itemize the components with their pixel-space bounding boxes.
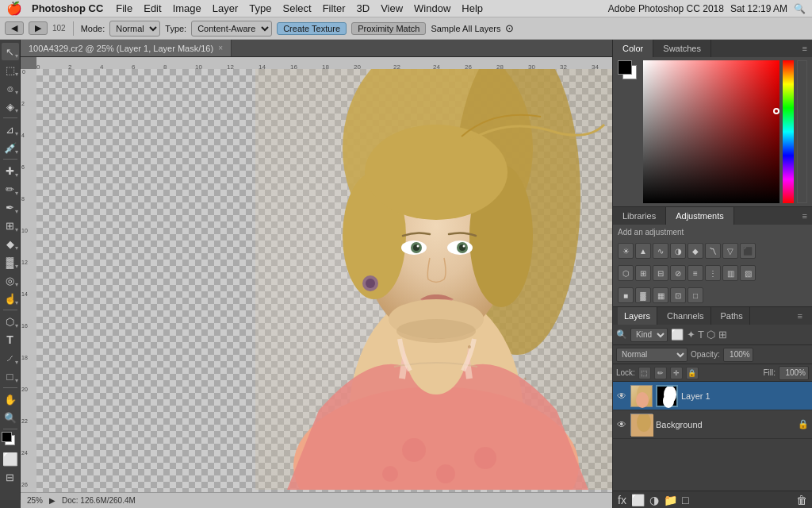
color-panel-menu[interactable]: ≡	[798, 40, 812, 57]
forward-button[interactable]: ▶	[29, 21, 48, 35]
hsl-icon[interactable]: 〽	[705, 243, 721, 259]
mode-select[interactable]: Normal	[109, 21, 160, 37]
rectangle-tool[interactable]: □▾	[2, 368, 19, 385]
layer-kind-select[interactable]: Kind	[630, 328, 668, 342]
screen-mode-button[interactable]: ⊟	[2, 468, 19, 486]
lock-transparent-btn[interactable]: ⬚	[638, 367, 651, 379]
menu-layer[interactable]: Layer	[213, 2, 239, 14]
fill-input[interactable]	[779, 366, 809, 380]
history-brush-tool[interactable]: ⊞▾	[2, 217, 19, 234]
color-swatch-area[interactable]	[2, 432, 19, 449]
hue-spectrum-bar[interactable]	[783, 60, 793, 203]
canvas-viewport[interactable]	[36, 69, 612, 492]
lasso-tool[interactable]: ⌾▾	[2, 79, 19, 97]
lock-position-btn[interactable]: ✛	[670, 367, 683, 379]
delete-layer-btn[interactable]: 🗑	[796, 494, 807, 506]
layer-row-layer1[interactable]: 👁 Layer 1	[613, 382, 812, 410]
posterize-icon[interactable]: ≡	[688, 265, 703, 281]
tab-swatches[interactable]: Swatches	[653, 40, 711, 57]
tab-color[interactable]: Color	[613, 40, 653, 57]
vibrance-icon[interactable]: ◆	[688, 243, 703, 259]
gradient-fill-icon[interactable]: ▓	[635, 287, 651, 303]
menu-filter[interactable]: Filter	[323, 2, 346, 14]
brush-options-icon[interactable]: ⊙	[505, 22, 514, 34]
brightness-contrast-icon[interactable]: ☀	[618, 243, 634, 259]
color-gradient-picker[interactable]	[643, 60, 779, 203]
healing-brush-tool[interactable]: ✚▾	[2, 162, 19, 179]
blur-tool[interactable]: ◎▾	[2, 271, 19, 289]
exposure-icon[interactable]: ◑	[670, 243, 686, 259]
clone-stamp-tool[interactable]: ✒▾	[2, 198, 19, 216]
path-selection-tool[interactable]: ⟋▾	[2, 349, 19, 367]
crop-tool[interactable]: ⊿▾	[2, 121, 19, 138]
add-layer-style-btn[interactable]: fx	[618, 494, 626, 506]
menu-type[interactable]: Type	[249, 2, 271, 14]
tab-channels[interactable]: Channels	[661, 307, 710, 325]
extra-icon[interactable]: □	[688, 287, 703, 303]
menu-select[interactable]: Select	[282, 2, 311, 14]
background-visibility-toggle[interactable]: 👁	[616, 419, 627, 430]
opacity-input[interactable]	[723, 348, 753, 362]
color-balance-icon[interactable]: ▽	[722, 243, 738, 259]
new-group-btn[interactable]: 📁	[664, 494, 677, 506]
back-button[interactable]: ◀	[5, 21, 24, 35]
hand-tool[interactable]: ✋	[2, 391, 19, 408]
solid-color-icon[interactable]: ■	[618, 287, 634, 303]
add-layer-mask-btn[interactable]: ⬜	[631, 494, 645, 506]
curves-icon[interactable]: ∿	[653, 243, 668, 259]
pen-tool[interactable]: ⬡▾	[2, 313, 19, 330]
eraser-tool[interactable]: ◆▾	[2, 235, 19, 252]
type-tool[interactable]: T	[2, 331, 19, 348]
brush-tool[interactable]: ✏▾	[2, 180, 19, 198]
swatch-stack[interactable]	[618, 60, 640, 83]
rectangular-marquee-tool[interactable]: ⬚▾	[2, 61, 19, 79]
invert-icon[interactable]: ⊘	[670, 265, 686, 281]
menu-help[interactable]: Help	[462, 2, 483, 14]
dodge-tool[interactable]: ☝▾	[2, 290, 19, 307]
tab-layers[interactable]: Layers	[618, 307, 657, 325]
eyedropper-tool[interactable]: 💉▾	[2, 139, 19, 156]
quick-mask-button[interactable]: ⬜	[2, 450, 19, 468]
black-white-icon[interactable]: ⬛	[740, 243, 756, 259]
selective-color-icon[interactable]: ▧	[740, 265, 756, 281]
layer1-visibility-toggle[interactable]: 👁	[616, 391, 627, 402]
tab-paths[interactable]: Paths	[714, 307, 750, 325]
gradient-map-icon[interactable]: ▥	[722, 265, 738, 281]
blend-mode-select[interactable]: Normal	[616, 348, 688, 362]
menu-3d[interactable]: 3D	[357, 2, 370, 14]
gradient-tool[interactable]: ▓▾	[2, 253, 19, 271]
menu-file[interactable]: File	[116, 2, 132, 14]
pattern-fill-icon[interactable]: ▦	[653, 287, 668, 303]
document-tab-close[interactable]: ×	[218, 44, 223, 52]
new-layer-btn[interactable]: □	[682, 494, 688, 506]
search-icon[interactable]: 🔍	[794, 3, 806, 14]
menu-view[interactable]: View	[381, 2, 403, 14]
lock-image-btn[interactable]: ✏	[654, 367, 667, 379]
move-tool[interactable]: ↖▾	[2, 43, 19, 60]
menu-image[interactable]: Image	[173, 2, 201, 14]
layer-row-background[interactable]: 👁 Background 🔒	[613, 410, 812, 439]
opacity-slider[interactable]	[797, 60, 807, 203]
new-fill-adjustment-btn[interactable]: ◑	[649, 494, 659, 506]
menu-window[interactable]: Window	[414, 2, 450, 14]
photo-filter-icon[interactable]: ⬡	[618, 265, 634, 281]
channel-mixer-icon[interactable]: ⊞	[635, 265, 651, 281]
adj-panel-menu[interactable]: ≡	[798, 207, 812, 225]
tab-adjustments[interactable]: Adjustments	[666, 207, 734, 225]
menu-edit[interactable]: Edit	[144, 2, 161, 14]
layers-panel-menu[interactable]: ≡	[793, 311, 807, 321]
document-tab[interactable]: 100A4329.cr2 @ 25% (Layer 1, Layer Mask/…	[21, 40, 232, 56]
type-select[interactable]: Content-Aware	[191, 21, 272, 37]
levels-icon[interactable]: ▲	[635, 243, 651, 259]
canvas-area[interactable]: 0 2 4 6 8 10 12 14 16 18 20 22 24 26 28 …	[21, 57, 612, 492]
color-lookup-icon[interactable]: ⊟	[653, 265, 668, 281]
zoom-tool[interactable]: 🔍	[2, 409, 19, 426]
proximity-match-button[interactable]: Proximity Match	[351, 22, 426, 35]
apple-menu[interactable]: 🍎	[6, 1, 22, 16]
threshold-icon[interactable]: ⋮	[705, 265, 721, 281]
create-texture-button[interactable]: Create Texture	[277, 22, 347, 35]
quick-selection-tool[interactable]: ◈▾	[2, 98, 19, 115]
smart-filters-icon[interactable]: ⊡	[670, 287, 686, 303]
tab-libraries[interactable]: Libraries	[613, 207, 666, 225]
lock-all-btn[interactable]: 🔒	[686, 367, 699, 379]
